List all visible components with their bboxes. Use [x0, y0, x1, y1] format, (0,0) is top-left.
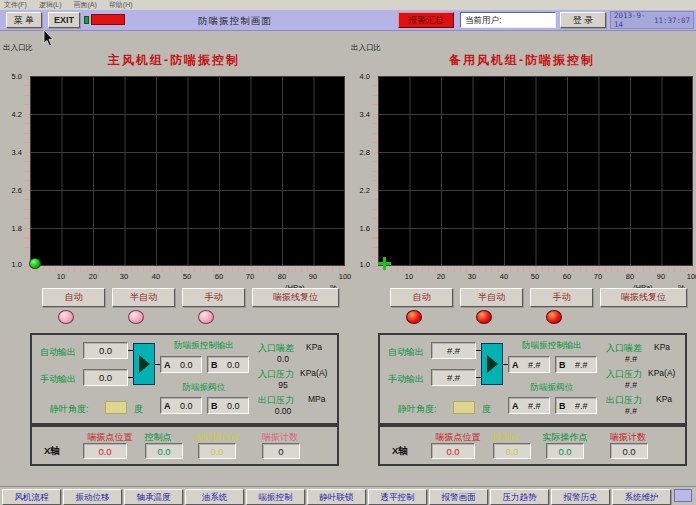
x-tick-label: 60	[208, 272, 230, 281]
nav-bearing-temperature[interactable]: 轴承温度	[124, 489, 183, 505]
blade-angle-value	[105, 401, 127, 414]
selector-triangle-icon	[481, 343, 503, 385]
nav-blade-interlock[interactable]: 静叶联锁	[307, 489, 366, 505]
x-tick-label: 60	[556, 272, 578, 281]
x-tick-label: 80	[271, 272, 293, 281]
control-output-panel: 自动输出 #.# 手动输出 #.# 防喘振控制输出 A #.# B #.# 防喘…	[378, 333, 687, 425]
selector-triangle-icon	[133, 343, 155, 385]
main-menu-button[interactable]: 菜 单	[6, 12, 42, 28]
title-bar: 菜 单 EXIT 防喘振控制画面 报警汇总 当前用户: 登 录 2013-9-1…	[0, 10, 696, 31]
manual-output-value: 0.0	[83, 369, 128, 386]
surge-line-reset-button[interactable]: 喘振线复位	[600, 288, 687, 307]
b-value: #.#	[570, 360, 594, 370]
a-label: A	[164, 360, 171, 370]
outlet-press-unit: KPa	[656, 394, 672, 404]
b-label: B	[559, 360, 566, 370]
nav-system-maintenance[interactable]: 系统维护	[612, 489, 671, 505]
x-tick-label: 100	[682, 272, 696, 281]
nav-vibration-displacement[interactable]: 振动位移	[63, 489, 122, 505]
nav-pressure-trend[interactable]: 压力趋势	[490, 489, 549, 505]
b-label: B	[211, 360, 218, 370]
auto-output-value: 0.0	[83, 342, 128, 359]
bottom-bar-selection-indicator	[674, 489, 692, 502]
asc-output-b: B 0.0	[207, 356, 249, 373]
y-tick-label: 4.2	[1, 110, 22, 119]
current-user-field[interactable]: 当前用户:	[460, 12, 556, 28]
surge-marker-dot-icon	[29, 258, 41, 269]
x-tick-label: 90	[302, 272, 324, 281]
y-tick-label: 2.2	[349, 186, 370, 195]
outlet-press-value: 0.00	[268, 406, 298, 416]
menu-file[interactable]: 文件(F)	[4, 0, 27, 10]
datetime-display: 2013-9-14 11:37:07	[610, 11, 694, 29]
standby-fan-panel: 出入口比 备用风机组-防喘振控制 4.0 3.4 2.8 2.2 1.6 1.0…	[348, 31, 696, 483]
semi-auto-lamp-icon	[128, 310, 144, 324]
nav-turbine-control[interactable]: 透平控制	[368, 489, 427, 505]
inlet-diff-value: 0.0	[268, 354, 298, 364]
a-label: A	[164, 401, 171, 411]
menu-logic[interactable]: 逻辑(L)	[39, 0, 62, 10]
auto-mode-button[interactable]: 自动	[390, 288, 453, 307]
x-tick-label: 30	[113, 272, 135, 281]
auto-lamp-icon	[58, 310, 74, 324]
surge-chart-plot	[378, 76, 693, 266]
inlet-diff-value: #.#	[616, 354, 646, 364]
x-tick-label: 20	[82, 272, 104, 281]
semi-auto-lamp-icon	[476, 310, 492, 324]
semi-auto-mode-button[interactable]: 半自动	[460, 288, 523, 307]
a-label: A	[512, 401, 519, 411]
x-axis-values-panel: X轴 喘振点位置 控制点 实际操作点 喘振计数 0.0 0.0 0.0 0.0	[378, 425, 687, 466]
nav-alarm-history[interactable]: 报警历史	[551, 489, 610, 505]
surge-line-reset-button[interactable]: 喘振线复位	[252, 288, 339, 307]
auto-mode-button[interactable]: 自动	[42, 288, 105, 307]
asc-output-a: A 0.0	[160, 356, 202, 373]
x-tick-label: 10	[398, 272, 420, 281]
y-tick-label: 1.8	[1, 224, 22, 233]
valve-b: B 0.0	[207, 397, 249, 414]
y-tick-label: 1.6	[349, 224, 370, 233]
blade-angle-unit: 度	[482, 403, 491, 416]
inlet-press-unit: KPa(A)	[648, 368, 675, 378]
auto-output-label: 自动输出	[388, 346, 424, 359]
inlet-press-value: 95	[268, 380, 298, 390]
control-point-value: 0.0	[493, 443, 531, 459]
nav-surge-control[interactable]: 喘振控制	[246, 489, 305, 505]
semi-auto-mode-button[interactable]: 半自动	[112, 288, 175, 307]
inlet-press-unit: KPa(A)	[300, 368, 327, 378]
manual-mode-button[interactable]: 手动	[182, 288, 245, 307]
inlet-diff-unit: KPa	[306, 342, 322, 352]
date-text: 2013-9-14	[614, 11, 654, 29]
manual-mode-button[interactable]: 手动	[530, 288, 593, 307]
x-tick-label: 80	[619, 272, 641, 281]
y-tick-label: 4.0	[349, 72, 370, 81]
surge-point-value: 0.0	[431, 443, 475, 459]
surge-count-value: 0	[262, 443, 300, 459]
asc-output-a: A #.#	[508, 356, 550, 373]
screen-title: 防喘振控制画面	[150, 15, 320, 28]
x-tick-label: 10	[50, 272, 72, 281]
a-value: 0.0	[175, 401, 199, 411]
blade-angle-label: 静叶角度:	[398, 403, 437, 416]
a-label: A	[512, 360, 519, 370]
asc-output-b: B #.#	[555, 356, 597, 373]
surge-chart-plot	[30, 76, 345, 266]
manual-output-label: 手动输出	[388, 373, 424, 386]
nav-alarm-screen[interactable]: 报警画面	[429, 489, 488, 505]
valve-position-label: 防喘振阀位	[154, 382, 254, 394]
x-tick-label: 90	[650, 272, 672, 281]
x-axis-values-panel: X轴 喘振点位置 控制点 实际操作点 喘振计数 0.0 0.0 0.0 0	[30, 425, 339, 466]
menu-screen[interactable]: 画面(A)	[74, 0, 97, 10]
main-fan-panel: 出入口比 主风机组-防喘振控制 5.0 4.2 3.4 2.6 1.8 1.0 …	[0, 31, 348, 483]
b-label: B	[559, 401, 566, 411]
login-button[interactable]: 登 录	[560, 12, 606, 28]
blade-angle-value	[453, 401, 475, 414]
asc-output-label: 防喘振控制输出	[502, 340, 602, 352]
menu-help[interactable]: 帮助(H)	[109, 0, 133, 10]
nav-fan-process[interactable]: 风机流程	[2, 489, 61, 505]
chart-title: 主风机组-防喘振控制	[0, 52, 348, 69]
exit-button[interactable]: EXIT	[48, 12, 80, 28]
nav-oil-system[interactable]: 油系统	[185, 489, 244, 505]
time-text: 11:37:07	[654, 16, 690, 25]
alarm-summary-button[interactable]: 报警汇总	[398, 12, 454, 28]
control-output-panel: 自动输出 0.0 手动输出 0.0 防喘振控制输出 A 0.0 B 0.0 防喘…	[30, 333, 339, 425]
